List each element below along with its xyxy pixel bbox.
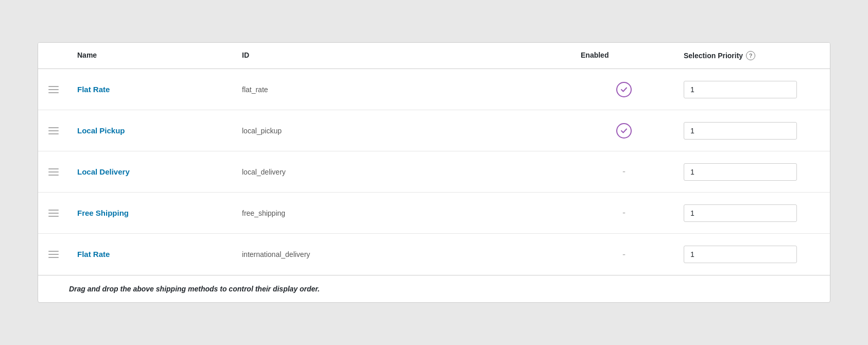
method-id: international_delivery [234, 250, 572, 258]
drag-column-header [38, 51, 69, 60]
method-name-link[interactable]: Flat Rate [77, 85, 110, 94]
table-header: Name ID Enabled Selection Priority ? [38, 43, 830, 69]
priority-input[interactable] [684, 204, 797, 222]
enabled-cell [572, 123, 675, 139]
priority-help-icon[interactable]: ? [746, 51, 755, 60]
method-id: local_pickup [234, 127, 572, 135]
table-row: Flat Rateflat_rate [38, 69, 830, 110]
shipping-methods-table: Name ID Enabled Selection Priority ? Fla… [38, 42, 830, 303]
drag-handle[interactable] [38, 86, 69, 93]
table-row: Local Pickuplocal_pickup [38, 110, 830, 151]
method-name-link[interactable]: Flat Rate [77, 250, 110, 258]
priority-input[interactable] [684, 163, 797, 181]
enabled-cell: - [572, 249, 675, 260]
enabled-cell: - [572, 166, 675, 177]
priority-cell [675, 163, 830, 181]
table-row: Flat Rateinternational_delivery- [38, 234, 830, 275]
table-row: Free Shippingfree_shipping- [38, 193, 830, 234]
name-cell: Free Shipping [69, 209, 234, 218]
footer-note: Drag and drop the above shipping methods… [38, 275, 830, 302]
priority-input[interactable] [684, 246, 797, 263]
enabled-cell [572, 82, 675, 97]
name-cell: Flat Rate [69, 85, 234, 94]
method-id: local_delivery [234, 168, 572, 176]
priority-cell [675, 122, 830, 140]
enabled-check-icon [616, 82, 632, 97]
name-cell: Local Delivery [69, 167, 234, 177]
priority-cell [675, 246, 830, 263]
enabled-cell: - [572, 208, 675, 218]
table-body: Flat Rateflat_rate Local Pickuplocal_pic… [38, 69, 830, 275]
drag-handle[interactable] [38, 127, 69, 134]
name-cell: Local Pickup [69, 126, 234, 135]
disabled-dash: - [622, 249, 626, 260]
method-name-link[interactable]: Local Pickup [77, 126, 125, 135]
id-column-header: ID [234, 51, 572, 60]
disabled-dash: - [622, 208, 626, 218]
name-column-header: Name [69, 51, 234, 60]
name-cell: Flat Rate [69, 250, 234, 259]
drag-handle[interactable] [38, 210, 69, 217]
priority-input[interactable] [684, 81, 797, 98]
method-id: flat_rate [234, 85, 572, 94]
enabled-column-header: Enabled [572, 51, 675, 60]
method-name-link[interactable]: Free Shipping [77, 209, 129, 217]
disabled-dash: - [622, 166, 626, 177]
enabled-check-icon [616, 123, 632, 139]
priority-cell [675, 81, 830, 98]
priority-column-header: Selection Priority ? [675, 51, 830, 60]
drag-handle[interactable] [38, 168, 69, 176]
method-name-link[interactable]: Local Delivery [77, 167, 130, 176]
method-id: free_shipping [234, 209, 572, 217]
table-row: Local Deliverylocal_delivery- [38, 151, 830, 193]
priority-cell [675, 204, 830, 222]
priority-input[interactable] [684, 122, 797, 140]
drag-handle[interactable] [38, 251, 69, 258]
